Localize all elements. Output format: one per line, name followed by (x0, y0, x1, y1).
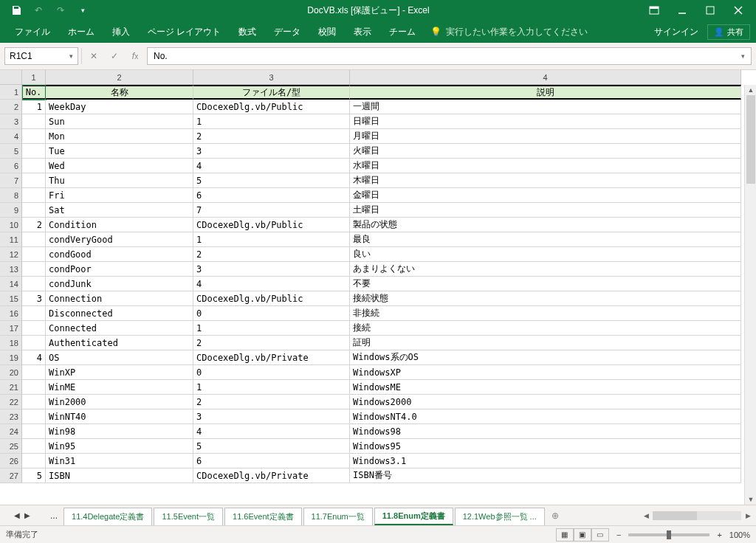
view-pagebreak-icon[interactable]: ▭ (591, 528, 609, 542)
cell[interactable] (22, 114, 46, 129)
cell[interactable]: WindowsME (350, 380, 741, 395)
cell[interactable]: あまりよくない (350, 262, 741, 277)
share-button[interactable]: 👤 共有 (707, 24, 750, 40)
hscroll-right-icon[interactable]: ▶ (743, 511, 753, 521)
row-header[interactable]: 24 (0, 424, 22, 439)
row-header[interactable]: 19 (0, 350, 22, 365)
row-header[interactable]: 7 (0, 173, 22, 188)
row-header[interactable]: 4 (0, 129, 22, 144)
cell[interactable]: 3 (193, 409, 350, 424)
cell[interactable]: condJunk (46, 277, 193, 291)
hscroll-track[interactable] (653, 511, 741, 520)
cell[interactable]: 接続状態 (350, 291, 741, 306)
cell[interactable]: Disconnected (46, 306, 193, 321)
cell[interactable]: CDocexeDlg.vb/Public (193, 100, 350, 114)
cell[interactable]: 2 (193, 247, 350, 262)
sheet-prev-icon[interactable]: ◀ (14, 511, 20, 519)
cell[interactable]: ISBN番号 (350, 468, 741, 483)
cell[interactable]: 証明 (350, 336, 741, 350)
row-header[interactable]: 3 (0, 114, 22, 129)
cell[interactable]: Windows3.1 (350, 454, 741, 468)
cell[interactable]: 火曜日 (350, 144, 741, 159)
cell[interactable]: Authenticated (46, 336, 193, 350)
cell[interactable]: Windows95 (350, 439, 741, 454)
cell[interactable]: 不要 (350, 277, 741, 291)
cell[interactable] (22, 336, 46, 350)
cell[interactable]: condVeryGood (46, 232, 193, 247)
cell[interactable]: 0 (193, 365, 350, 380)
row-header[interactable]: 23 (0, 409, 22, 424)
cell[interactable]: 0 (193, 306, 350, 321)
cell[interactable]: 日曜日 (350, 114, 741, 129)
row-header[interactable]: 12 (0, 247, 22, 262)
cells[interactable]: No.名称ファイル名/型説明1WeekDayCDocexeDlg.vb/Publ… (22, 85, 744, 505)
row-header[interactable]: 22 (0, 395, 22, 409)
cell[interactable]: 2 (193, 129, 350, 144)
tell-me[interactable]: 💡 実行したい作業を入力してください (430, 26, 588, 38)
row-header[interactable]: 1 (0, 85, 22, 100)
signin-link[interactable]: サインイン (654, 26, 698, 38)
cell[interactable]: WinME (46, 380, 193, 395)
cell[interactable]: 4 (22, 350, 46, 365)
cell[interactable] (22, 365, 46, 380)
sheet-tab[interactable]: 11.4Delegate定義書 (63, 508, 152, 525)
ribbon-tab[interactable]: 校閲 (309, 21, 345, 43)
cell[interactable] (22, 159, 46, 173)
cell[interactable] (22, 321, 46, 336)
zoom-level[interactable]: 100% (729, 530, 750, 539)
cell[interactable]: 3 (193, 144, 350, 159)
cell[interactable]: ISBN (46, 468, 193, 483)
sheet-tab[interactable]: 11.6Event定義書 (224, 508, 302, 525)
row-header[interactable]: 17 (0, 321, 22, 336)
row-header[interactable]: 13 (0, 262, 22, 277)
row-header[interactable]: 20 (0, 365, 22, 380)
cell[interactable]: condGood (46, 247, 193, 262)
cell[interactable]: 1 (193, 380, 350, 395)
row-header[interactable]: 5 (0, 144, 22, 159)
close-icon[interactable] (731, 3, 746, 18)
cell[interactable]: 金曜日 (350, 188, 741, 203)
cell[interactable]: Mon (46, 129, 193, 144)
row-header[interactable]: 26 (0, 454, 22, 468)
cell[interactable]: 6 (193, 454, 350, 468)
cell[interactable]: 非接続 (350, 306, 741, 321)
cell[interactable]: Win98 (46, 424, 193, 439)
redo-icon[interactable]: ↷ (53, 3, 68, 18)
add-sheet-icon[interactable]: ⊕ (546, 511, 564, 521)
cell[interactable]: CDocexeDlg.vb/Public (193, 291, 350, 306)
qat-customize-icon[interactable]: ▾ (75, 3, 90, 18)
cell[interactable]: CDocexeDlg.vb/Private (193, 350, 350, 365)
column-header[interactable]: 3 (193, 70, 350, 85)
cell[interactable]: Connection (46, 291, 193, 306)
sheet-tab[interactable]: 11.8Enum定義書 (374, 508, 453, 525)
spreadsheet-grid[interactable]: 1234 12345678910111213141516171819202122… (0, 70, 756, 505)
table-header-cell[interactable]: ファイル名/型 (193, 85, 350, 100)
column-header[interactable]: 4 (350, 70, 741, 85)
cell[interactable]: 1 (193, 321, 350, 336)
cell[interactable]: 3 (22, 291, 46, 306)
table-header-cell[interactable]: 名称 (46, 85, 193, 100)
cell[interactable]: Win31 (46, 454, 193, 468)
cell[interactable]: 4 (193, 424, 350, 439)
scroll-down-icon[interactable]: ▼ (745, 494, 756, 505)
row-header[interactable]: 10 (0, 218, 22, 232)
cell[interactable]: 月曜日 (350, 129, 741, 144)
cell[interactable]: Wed (46, 159, 193, 173)
cell[interactable] (22, 409, 46, 424)
cell[interactable] (22, 247, 46, 262)
cell[interactable]: 接続 (350, 321, 741, 336)
cell[interactable]: 4 (193, 277, 350, 291)
chevron-down-icon[interactable]: ▾ (69, 52, 73, 60)
ribbon-tab[interactable]: 表示 (345, 21, 380, 43)
column-header[interactable]: 1 (22, 70, 46, 85)
vertical-scrollbar[interactable]: ▲ ▼ (744, 85, 756, 505)
cell[interactable]: 1 (193, 232, 350, 247)
cell[interactable]: 6 (193, 188, 350, 203)
ribbon-display-icon[interactable] (647, 3, 662, 18)
row-header[interactable]: 6 (0, 159, 22, 173)
scrollbar-thumb[interactable] (746, 95, 755, 184)
cell[interactable]: 2 (193, 336, 350, 350)
cell[interactable] (22, 129, 46, 144)
sheet-tab[interactable]: 12.1Web参照一覧 ... (455, 508, 545, 525)
row-header[interactable]: 21 (0, 380, 22, 395)
